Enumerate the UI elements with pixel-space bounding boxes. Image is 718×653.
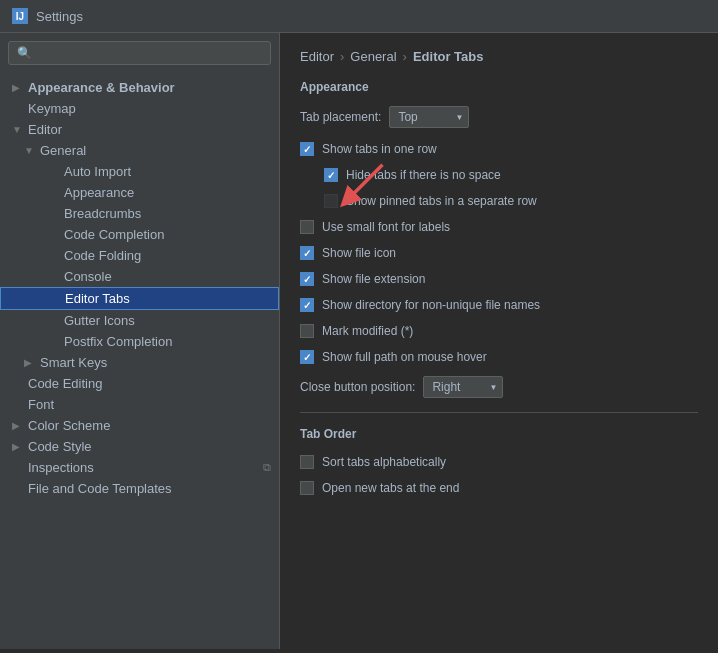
sidebar-item-keymap[interactable]: Keymap [0, 98, 279, 119]
breadcrumb-general: General [350, 49, 396, 64]
label-show-tabs-one-row: Show tabs in one row [322, 142, 437, 156]
checkbox-show-directory[interactable] [300, 298, 314, 312]
sidebar-item-postfix-completion[interactable]: Postfix Completion [0, 331, 279, 352]
sidebar-item-label: Inspections [28, 460, 94, 475]
window-title: Settings [36, 9, 83, 24]
tab-placement-select[interactable]: Top Bottom Left Right None [389, 106, 469, 128]
label-use-small-font: Use small font for labels [322, 220, 450, 234]
sidebar-item-code-folding[interactable]: Code Folding [0, 245, 279, 266]
sidebar-item-label: Console [64, 269, 112, 284]
setting-row-show-full-path: Show full path on mouse hover [300, 348, 698, 366]
sidebar-item-label: Code Folding [64, 248, 141, 263]
checkbox-mark-modified[interactable] [300, 324, 314, 338]
sidebar-item-code-completion[interactable]: Code Completion [0, 224, 279, 245]
sidebar-item-auto-import[interactable]: Auto Import [0, 161, 279, 182]
setting-row-mark-modified: Mark modified (*) [300, 322, 698, 340]
search-icon: 🔍 [17, 46, 32, 60]
checkbox-show-pinned-tabs[interactable] [324, 194, 338, 208]
checkbox-sort-alphabetically[interactable] [300, 455, 314, 469]
arrow-icon: ▶ [12, 420, 24, 431]
sidebar-item-label: Keymap [28, 101, 76, 116]
sidebar-item-label: Postfix Completion [64, 334, 172, 349]
sidebar-item-breadcrumbs[interactable]: Breadcrumbs [0, 203, 279, 224]
sidebar-item-console[interactable]: Console [0, 266, 279, 287]
checkboxes-container: Show tabs in one rowHide tabs if there i… [300, 140, 698, 366]
sidebar-item-label: Gutter Icons [64, 313, 135, 328]
title-bar: IJ Settings [0, 0, 718, 33]
tab-order-row-open-new-tabs-end: Open new tabs at the end [300, 479, 698, 497]
checkbox-open-new-tabs-end[interactable] [300, 481, 314, 495]
checkbox-show-full-path[interactable] [300, 350, 314, 364]
copy-icon: ⧉ [263, 461, 271, 474]
checkbox-show-file-extension[interactable] [300, 272, 314, 286]
sidebar-item-label: Code Editing [28, 376, 102, 391]
label-open-new-tabs-end: Open new tabs at the end [322, 481, 459, 495]
setting-row-show-tabs-one-row: Show tabs in one row [300, 140, 698, 158]
tab-order-checkboxes: Sort tabs alphabeticallyOpen new tabs at… [300, 453, 698, 497]
sidebar-item-editor-tabs[interactable]: Editor Tabs [0, 287, 279, 310]
sidebar-item-color-scheme[interactable]: ▶Color Scheme [0, 415, 279, 436]
arrow-icon: ▶ [12, 82, 24, 93]
breadcrumb-sep-1: › [340, 49, 344, 64]
arrow-icon: ▼ [24, 145, 36, 156]
content-area: Editor › General › Editor Tabs Appearanc… [280, 33, 718, 649]
sidebar-item-file-and-code-templates[interactable]: File and Code Templates [0, 478, 279, 499]
sidebar-item-label: File and Code Templates [28, 481, 172, 496]
label-mark-modified: Mark modified (*) [322, 324, 413, 338]
sidebar-item-label: Font [28, 397, 54, 412]
checkbox-show-file-icon[interactable] [300, 246, 314, 260]
label-sort-alphabetically: Sort tabs alphabetically [322, 455, 446, 469]
app-icon: IJ [12, 8, 28, 24]
sidebar-item-gutter-icons[interactable]: Gutter Icons [0, 310, 279, 331]
tab-order-title: Tab Order [300, 427, 698, 441]
sidebar-item-label: Appearance & Behavior [28, 80, 175, 95]
tab-order-section: Tab Order Sort tabs alphabeticallyOpen n… [300, 427, 698, 497]
appearance-title: Appearance [300, 80, 698, 94]
sidebar-item-label: General [40, 143, 86, 158]
search-input[interactable] [38, 46, 262, 60]
label-show-file-icon: Show file icon [322, 246, 396, 260]
sidebar-item-appearance[interactable]: Appearance [0, 182, 279, 203]
sidebar-item-appearance-behavior[interactable]: ▶Appearance & Behavior [0, 77, 279, 98]
label-show-file-extension: Show file extension [322, 272, 425, 286]
sidebar-item-editor[interactable]: ▼Editor [0, 119, 279, 140]
breadcrumb-sep-2: › [403, 49, 407, 64]
breadcrumb: Editor › General › Editor Tabs [300, 49, 698, 64]
setting-row-show-directory: Show directory for non-unique file names [300, 296, 698, 314]
sidebar-item-label: Color Scheme [28, 418, 110, 433]
close-button-select[interactable]: Right Left Hidden [423, 376, 503, 398]
setting-row-use-small-font: Use small font for labels [300, 218, 698, 236]
search-box[interactable]: 🔍 [8, 41, 271, 65]
checkbox-use-small-font[interactable] [300, 220, 314, 234]
sidebar-item-label: Code Completion [64, 227, 164, 242]
label-show-directory: Show directory for non-unique file names [322, 298, 540, 312]
setting-row-hide-tabs-no-space: Hide tabs if there is no space [300, 166, 698, 184]
sidebar-item-label: Code Style [28, 439, 92, 454]
breadcrumb-current: Editor Tabs [413, 49, 484, 64]
setting-row-show-file-icon: Show file icon [300, 244, 698, 262]
sidebar-item-code-style[interactable]: ▶Code Style [0, 436, 279, 457]
setting-row-show-pinned-tabs: Show pinned tabs in a separate row [300, 192, 698, 210]
sidebar-item-inspections[interactable]: Inspections⧉ [0, 457, 279, 478]
label-show-full-path: Show full path on mouse hover [322, 350, 487, 364]
checkbox-show-tabs-one-row[interactable] [300, 142, 314, 156]
sidebar-item-smart-keys[interactable]: ▶Smart Keys [0, 352, 279, 373]
arrow-icon: ▶ [12, 441, 24, 452]
close-button-dropdown-wrapper: Right Left Hidden [423, 376, 503, 398]
label-show-pinned-tabs: Show pinned tabs in a separate row [346, 194, 537, 208]
tab-order-row-sort-alphabetically: Sort tabs alphabetically [300, 453, 698, 471]
appearance-section: Appearance Tab placement: Top Bottom Lef… [300, 80, 698, 398]
tab-placement-dropdown-wrapper: Top Bottom Left Right None [389, 106, 469, 128]
close-button-row: Close button position: Right Left Hidden [300, 376, 698, 398]
arrow-icon: ▼ [12, 124, 24, 135]
sidebar-item-general[interactable]: ▼General [0, 140, 279, 161]
sidebar-item-font[interactable]: Font [0, 394, 279, 415]
tab-placement-row: Tab placement: Top Bottom Left Right Non… [300, 106, 698, 128]
sidebar-item-code-editing[interactable]: Code Editing [0, 373, 279, 394]
arrow-icon: ▶ [24, 357, 36, 368]
close-button-label: Close button position: [300, 380, 415, 394]
breadcrumb-editor: Editor [300, 49, 334, 64]
sidebar-item-label: Appearance [64, 185, 134, 200]
checkbox-hide-tabs-no-space[interactable] [324, 168, 338, 182]
divider [300, 412, 698, 413]
